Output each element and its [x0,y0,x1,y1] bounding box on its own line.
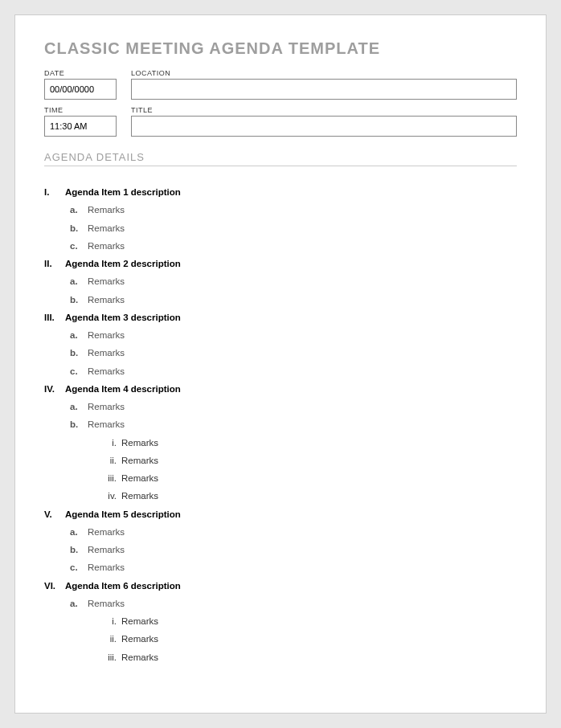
field-group-date: DATE [44,69,117,100]
remark-marker: c. [70,239,88,253]
remark-text: Remarks [88,526,125,539]
sub-remark-text: Remarks [121,436,158,450]
agenda-remark: a.Remarks [44,526,517,539]
agenda-remark: b.Remarks [44,418,517,431]
remark-text: Remarks [88,222,125,235]
agenda-remark: a.Remarks [44,203,517,217]
field-group-location: LOCATION [131,69,517,100]
agenda-remark: b.Remarks [44,293,517,307]
fields-row-1: DATE LOCATION [44,69,517,100]
sub-remark-text: Remarks [121,615,158,628]
sub-remark-text: Remarks [121,472,158,485]
agenda-item-title: Agenda Item 5 description [65,508,181,521]
agenda-item-title: Agenda Item 3 description [65,311,181,325]
agenda-item-title: Agenda Item 1 description [65,186,181,199]
remark-marker: b. [70,293,88,307]
remark-marker: a. [70,329,88,342]
remark-marker: a. [70,526,88,539]
agenda-remark: b.Remarks [44,222,517,235]
field-group-time: TIME [44,106,117,137]
remark-marker: a. [70,275,88,288]
remark-text: Remarks [88,400,125,414]
date-label: DATE [44,69,117,77]
sub-remark-marker: iii. [102,651,121,665]
agenda-sub-remark: i.Remarks [44,615,517,628]
agenda-item-marker: III. [44,311,65,325]
sub-remark-marker: ii. [102,454,121,468]
document-page: CLASSIC MEETING AGENDA TEMPLATE DATE LOC… [14,14,547,714]
agenda-item-title: Agenda Item 6 description [65,579,181,593]
agenda-item-marker: VI. [44,579,65,593]
agenda-item-marker: V. [44,508,65,521]
agenda-item: I.Agenda Item 1 description [44,186,517,199]
remark-text: Remarks [88,418,125,431]
agenda-sub-remark: iv.Remarks [44,489,517,503]
agenda-item: IV.Agenda Item 4 description [44,382,517,396]
agenda-sub-remark: iii.Remarks [44,651,517,665]
remark-text: Remarks [88,365,125,378]
sub-remark-text: Remarks [121,632,158,646]
sub-remark-text: Remarks [121,489,158,503]
remark-text: Remarks [88,329,125,342]
remark-marker: a. [70,597,88,611]
agenda-item: II.Agenda Item 2 description [44,257,517,271]
sub-remark-text: Remarks [121,651,158,665]
time-label: TIME [44,106,117,114]
title-input[interactable] [131,116,517,137]
remark-text: Remarks [88,293,125,307]
title-field-label: TITLE [131,106,517,114]
agenda-item-marker: I. [44,186,65,199]
sub-remark-marker: i. [102,615,121,628]
location-label: LOCATION [131,69,517,77]
remark-text: Remarks [88,597,125,611]
remark-marker: a. [70,400,88,414]
remark-text: Remarks [88,561,125,575]
agenda-remark: a.Remarks [44,275,517,288]
remark-marker: b. [70,222,88,235]
agenda-remark: c.Remarks [44,365,517,378]
remark-text: Remarks [88,346,125,360]
agenda-item-title: Agenda Item 4 description [65,382,181,396]
time-input[interactable] [44,116,117,137]
agenda-remark: b.Remarks [44,346,517,360]
fields-row-2: TIME TITLE [44,106,517,137]
agenda-item-title: Agenda Item 2 description [65,257,181,271]
sub-remark-text: Remarks [121,454,158,468]
agenda-list: I.Agenda Item 1 descriptiona.Remarksb.Re… [44,186,517,665]
agenda-sub-remark: i.Remarks [44,436,517,450]
agenda-remark: c.Remarks [44,561,517,575]
agenda-item: V.Agenda Item 5 description [44,508,517,521]
remark-marker: b. [70,418,88,431]
sub-remark-marker: iii. [102,472,121,485]
remark-text: Remarks [88,239,125,253]
field-group-title: TITLE [131,106,517,137]
agenda-remark: b.Remarks [44,543,517,557]
remark-text: Remarks [88,543,125,557]
agenda-remark: c.Remarks [44,239,517,253]
remark-marker: c. [70,561,88,575]
agenda-remark: a.Remarks [44,597,517,611]
agenda-remark: a.Remarks [44,329,517,342]
agenda-remark: a.Remarks [44,400,517,414]
remark-marker: a. [70,203,88,217]
sub-remark-marker: ii. [102,632,121,646]
agenda-item-marker: IV. [44,382,65,396]
remark-text: Remarks [88,275,125,288]
agenda-item: III.Agenda Item 3 description [44,311,517,325]
agenda-sub-remark: ii.Remarks [44,454,517,468]
agenda-sub-remark: ii.Remarks [44,632,517,646]
remark-text: Remarks [88,203,125,217]
sub-remark-marker: iv. [102,489,121,503]
agenda-sub-remark: iii.Remarks [44,472,517,485]
document-title: CLASSIC MEETING AGENDA TEMPLATE [44,39,517,58]
date-input[interactable] [44,79,117,100]
remark-marker: b. [70,543,88,557]
location-input[interactable] [131,79,517,100]
remark-marker: c. [70,365,88,378]
agenda-item-marker: II. [44,257,65,271]
agenda-item: VI.Agenda Item 6 description [44,579,517,593]
sub-remark-marker: i. [102,436,121,450]
remark-marker: b. [70,346,88,360]
section-header-agenda: AGENDA DETAILS [44,151,517,166]
